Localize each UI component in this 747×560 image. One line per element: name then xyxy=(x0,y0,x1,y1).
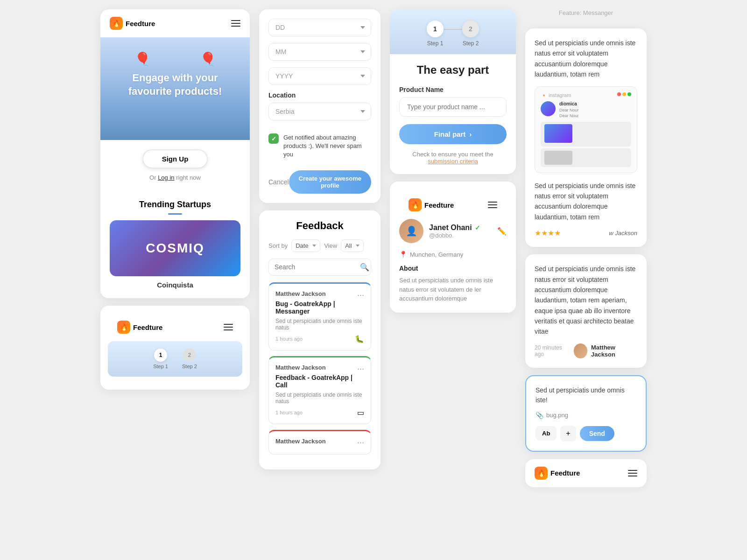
send-button[interactable]: Send xyxy=(580,426,614,441)
balloon-right: 🎈 xyxy=(200,51,216,67)
footer-logo-inner: Feedture xyxy=(535,467,580,480)
mini-step-circle-2: 2 xyxy=(183,349,196,362)
cosmiq-text: COSMIQ xyxy=(146,241,204,256)
verified-icon: ✓ xyxy=(475,224,480,231)
feedback-desc-2: Sed ut perspiciatis unde omnis iste natu… xyxy=(275,392,364,405)
message-text: Sed ut perspiciatis unde omnis iste! xyxy=(536,385,636,405)
final-part-button[interactable]: Final part › xyxy=(399,124,507,144)
mini-logo-icon xyxy=(117,321,130,334)
card-stack xyxy=(541,122,631,167)
landing-body: Sign Up Or Log in right now xyxy=(100,140,250,190)
review-time: 20 minutes ago xyxy=(535,344,570,357)
review-meta: 20 minutes ago Matthew Jackson xyxy=(535,343,637,358)
profile-card: Feedture 👤 Janet Ohani ✓ @dobbo. ✏️ 📍 Mu… xyxy=(390,182,516,313)
column-1: Feedture 🎈 🎈 Engage with your favourite … xyxy=(100,9,250,390)
landing-card: Feedture 🎈 🎈 Engage with your favourite … xyxy=(100,9,250,298)
messenger-content: diomica Dear Nour Dear Nour xyxy=(541,101,631,118)
step-item-2: 2 Step 2 xyxy=(462,21,479,47)
feedback-dots-1[interactable]: ··· xyxy=(357,290,364,300)
feedback-item-3: Matthew Jackson ··· xyxy=(268,430,371,455)
search-input[interactable] xyxy=(275,263,356,271)
cancel-button[interactable]: Cancel xyxy=(268,178,289,186)
feedback-dots-2[interactable]: ··· xyxy=(357,364,364,374)
step-card: 1 Step 1 2 Step 2 The easy part Product … xyxy=(390,9,516,174)
hamburger-menu[interactable] xyxy=(231,20,240,27)
reviewer-full-name: Matthew Jackson xyxy=(591,344,637,358)
profile-logo: Feedture xyxy=(409,198,454,211)
insta-label: 🔸 instagram xyxy=(541,92,571,98)
location-row: Location Serbia xyxy=(268,91,371,120)
signup-button[interactable]: Sign Up xyxy=(142,149,208,168)
feedback-user-3: Matthew Jackson xyxy=(275,438,326,445)
login-link[interactable]: Log in xyxy=(158,174,174,181)
checkbox-row: Get notified about amazing products :). … xyxy=(268,127,371,166)
location-select[interactable]: Serbia xyxy=(268,103,371,120)
yyyy-select[interactable]: YYYY xyxy=(268,67,371,85)
reviewer-avatar xyxy=(574,343,587,358)
ab-button[interactable]: Ab xyxy=(536,426,557,441)
feedback-time-2: 1 hours ago xyxy=(275,410,303,415)
create-profile-button[interactable]: Create your awesome profile xyxy=(289,170,371,194)
mini-card-2 xyxy=(541,148,631,167)
step-label-2: Step 2 xyxy=(463,40,479,47)
about-label: About xyxy=(399,265,507,272)
mini-step-indicators: 1 Step 1 2 Step 2 xyxy=(115,349,235,369)
submission-link[interactable]: submission criteria xyxy=(428,158,478,165)
balloon-left: 🎈 xyxy=(134,51,151,67)
star-rating: ★★★★ xyxy=(535,229,561,238)
step-label-1: Step 1 xyxy=(427,40,444,47)
landing-header: Feedture xyxy=(100,9,250,37)
view-label: View xyxy=(324,242,337,249)
location-row: 📍 Munchen, Germany xyxy=(399,251,507,258)
sort-select[interactable]: Date xyxy=(291,239,320,252)
product-name-input[interactable] xyxy=(399,97,507,117)
product-label: Product Name xyxy=(399,86,507,93)
footer-logo-icon xyxy=(535,467,548,480)
feature-desc-2: Sed ut perspiciatis unde omnis iste natu… xyxy=(535,181,637,223)
hero-text: Engage with your favourite products! xyxy=(110,71,240,98)
review-card-1: Sed ut perspiciatis unde omnis iste natu… xyxy=(525,28,647,247)
attachment-filename: bug.png xyxy=(546,412,568,419)
edit-icon[interactable]: ✏️ xyxy=(497,227,507,236)
feature-desc-1: Sed ut perspiciatis unde omnis iste natu… xyxy=(535,38,637,80)
mm-select[interactable]: MM xyxy=(268,43,371,61)
bug-icon-1: 🐛 xyxy=(355,335,364,343)
profile-name: Janet Ohani ✓ xyxy=(429,224,492,232)
message-2: Dear Nour xyxy=(559,113,579,118)
dd-row: DD xyxy=(268,19,371,36)
mini-hamburger[interactable] xyxy=(224,324,233,330)
location-label: Location xyxy=(268,91,371,99)
landing-hero: 🎈 🎈 Engage with your favourite products! xyxy=(100,37,250,140)
logo: Feedture xyxy=(110,17,155,30)
profile-hamburger[interactable] xyxy=(488,202,497,208)
search-row[interactable]: 🔍 xyxy=(268,259,371,276)
chevron-right-icon: › xyxy=(469,130,472,138)
sort-row: Sort by Date View All xyxy=(268,239,371,252)
location-pin-icon: 📍 xyxy=(399,251,407,258)
feedback-title: Feedback xyxy=(268,220,371,232)
feedback-desc-1: Sed ut perspiciatis unde omnis iste natu… xyxy=(275,318,364,331)
or-login-text: Or Log in right now xyxy=(110,174,240,181)
feedback-card: Feedback Sort by Date View All 🔍 Matthew… xyxy=(259,210,381,469)
profile-logo-text: Feedture xyxy=(424,201,454,209)
feedback-item-1: Matthew Jackson ··· Bug - GoatrekApp | M… xyxy=(268,282,371,350)
feedback-dots-3[interactable]: ··· xyxy=(357,438,364,448)
trending-divider xyxy=(168,213,182,215)
dd-select[interactable]: DD xyxy=(268,19,371,36)
mini-step-circle-1: 1 xyxy=(154,349,167,362)
view-select[interactable]: All xyxy=(341,239,364,252)
column-2: DD MM YYYY Location Serbia Get notified … xyxy=(259,9,381,469)
mini-step-label-1: Step 1 xyxy=(153,364,168,369)
feedback-title-2: Feedback - GoatrekApp | Call xyxy=(275,374,364,389)
plus-button[interactable]: + xyxy=(560,426,576,441)
feedback-time-1: 1 hours ago xyxy=(275,336,303,342)
search-icon: 🔍 xyxy=(360,263,369,272)
cosmiq-card[interactable]: COSMIQ xyxy=(110,220,240,276)
mini-step-2: 2 Step 2 xyxy=(182,349,197,369)
step-circle-1: 1 xyxy=(427,21,444,37)
footer-hamburger[interactable] xyxy=(628,470,637,476)
footer-logo: Feedture xyxy=(525,459,647,487)
checkbox-checked[interactable] xyxy=(268,133,279,144)
messenger-avatar xyxy=(541,101,556,116)
mini-card-1 xyxy=(541,122,631,147)
